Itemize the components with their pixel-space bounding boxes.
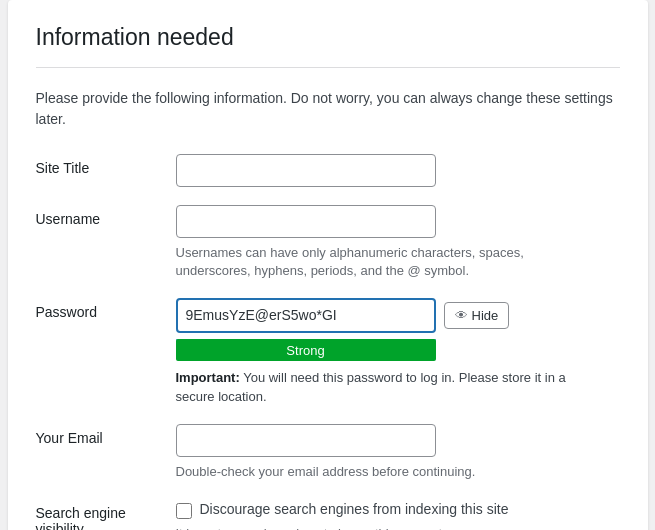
search-engine-row: Search engine visibility Discourage sear… xyxy=(36,499,620,530)
search-engine-checkbox[interactable] xyxy=(176,503,192,519)
email-row: Your Email Double-check your email addre… xyxy=(36,424,620,481)
password-input-row: 👁 Hide xyxy=(176,298,620,333)
username-input[interactable] xyxy=(176,205,436,238)
search-engine-hint: It is up to search engines to honor this… xyxy=(176,525,596,530)
username-field: Usernames can have only alphanumeric cha… xyxy=(176,205,620,280)
password-row: Password 👁 Hide Strong Important: You wi… xyxy=(36,298,620,405)
info-card: Information needed Please provide the fo… xyxy=(8,0,648,530)
search-engine-checkbox-label[interactable]: Discourage search engines from indexing … xyxy=(200,501,509,517)
hide-password-button[interactable]: 👁 Hide xyxy=(444,302,510,329)
password-label: Password xyxy=(36,298,176,320)
divider xyxy=(36,67,620,68)
intro-text: Please provide the following information… xyxy=(36,88,620,130)
email-input[interactable] xyxy=(176,424,436,457)
email-label: Your Email xyxy=(36,424,176,446)
email-field: Double-check your email address before c… xyxy=(176,424,620,481)
site-title-input[interactable] xyxy=(176,154,436,187)
password-input[interactable] xyxy=(176,298,436,333)
email-hint: Double-check your email address before c… xyxy=(176,463,596,481)
search-engine-checkbox-row: Discourage search engines from indexing … xyxy=(176,501,620,519)
site-title-row: Site Title xyxy=(36,154,620,187)
search-engine-field: Discourage search engines from indexing … xyxy=(176,499,620,530)
site-title-field xyxy=(176,154,620,187)
password-field: 👁 Hide Strong Important: You will need t… xyxy=(176,298,620,405)
strength-indicator: Strong xyxy=(176,339,436,361)
site-title-label: Site Title xyxy=(36,154,176,176)
important-label: Important: xyxy=(176,370,240,385)
eye-icon: 👁 xyxy=(455,308,468,323)
username-label: Username xyxy=(36,205,176,227)
username-hint: Usernames can have only alphanumeric cha… xyxy=(176,244,596,280)
hide-label: Hide xyxy=(472,308,499,323)
username-row: Username Usernames can have only alphanu… xyxy=(36,205,620,280)
strength-bar: Strong xyxy=(176,339,436,361)
password-input-wrapper xyxy=(176,298,436,333)
password-notice: Important: You will need this password t… xyxy=(176,369,596,405)
search-engine-label: Search engine visibility xyxy=(36,499,176,530)
page-title: Information needed xyxy=(36,24,620,51)
